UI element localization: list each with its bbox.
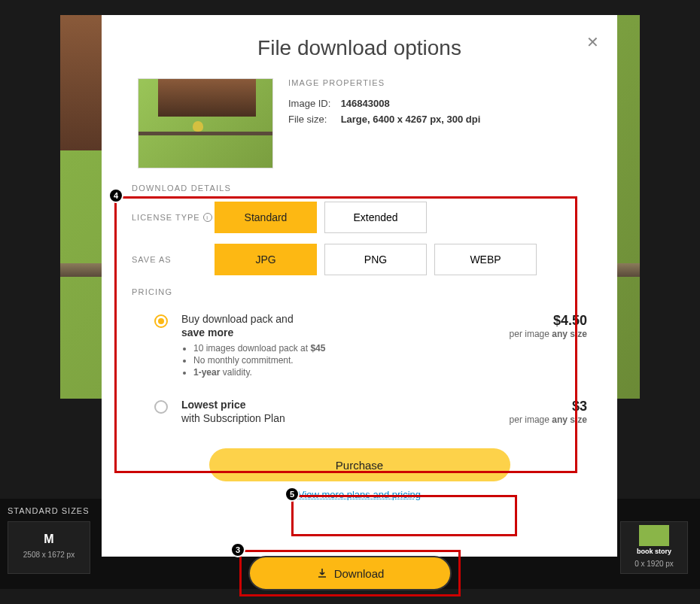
size-m-letter: M <box>11 533 87 546</box>
pricing-sub-option[interactable]: Lowest price with Subscription Plan $3 p… <box>132 391 587 438</box>
image-id-line: Image ID: 146843008 <box>288 98 587 109</box>
sub-text: Lowest price with Subscription Plan <box>181 399 496 426</box>
thumb-bird <box>193 121 203 132</box>
save-as-row: SAVE AS JPG PNG WEBP <box>132 244 587 275</box>
modal-title: File download options <box>132 36 587 60</box>
sub-title: Lowest price <box>181 399 246 411</box>
save-as-label: SAVE AS <box>132 255 215 264</box>
annotation-badge-5: 5 <box>285 487 300 502</box>
story-thumb <box>639 525 669 546</box>
pack-bullet-2: No monthly commitment. <box>193 355 496 366</box>
pack-title2: save more <box>181 326 233 338</box>
thumb-branch <box>138 132 272 135</box>
properties-info: IMAGE PROPERTIES Image ID: 146843008 Fil… <box>288 78 587 168</box>
file-size-line: File size: Large, 6400 x 4267 px, 300 dp… <box>288 114 587 125</box>
pack-amount: $4.50 <box>510 313 587 329</box>
thumbnail <box>138 78 273 168</box>
format-buttons: JPG PNG WEBP <box>215 244 537 275</box>
properties-header: IMAGE PROPERTIES <box>288 78 587 87</box>
format-webp-button[interactable]: WEBP <box>434 244 537 275</box>
license-type-label: LICENSE TYPE i <box>132 213 215 222</box>
purchase-button[interactable]: Purchase <box>209 448 510 481</box>
sub-amount: $3 <box>510 399 587 414</box>
image-properties-row: IMAGE PROPERTIES Image ID: 146843008 Fil… <box>132 78 587 168</box>
license-buttons: Standard Extended <box>215 202 427 233</box>
annotation-badge-3: 3 <box>230 542 245 557</box>
size-card-story[interactable]: book story 0 x 1920 px <box>620 521 688 574</box>
license-extended-button[interactable]: Extended <box>324 202 427 233</box>
story-dim: 0 x 1920 px <box>624 560 684 568</box>
format-png-button[interactable]: PNG <box>324 244 427 275</box>
image-id-value: 146843008 <box>341 98 390 109</box>
license-type-text: LICENSE TYPE <box>132 213 200 222</box>
close-icon[interactable]: ✕ <box>586 33 599 51</box>
pack-radio[interactable] <box>154 314 168 328</box>
sub-price: $3 per image any size <box>510 399 587 425</box>
pack-per: per image any size <box>510 329 587 339</box>
sub-subtitle: with Subscription Plan <box>181 412 496 424</box>
pricing-pack-option[interactable]: Buy download pack and save more 10 image… <box>132 305 587 391</box>
size-m-dim: 2508 x 1672 px <box>11 551 87 559</box>
plans-link[interactable]: View more plans and pricing <box>132 489 587 500</box>
pack-price: $4.50 per image any size <box>510 313 587 339</box>
pack-bullet-3: 1-year validity. <box>193 367 496 378</box>
license-type-row: LICENSE TYPE i Standard Extended <box>132 202 587 233</box>
image-id-label: Image ID: <box>288 98 338 109</box>
download-button[interactable]: Download <box>248 556 452 590</box>
download-details-label: DOWNLOAD DETAILS <box>132 184 587 193</box>
download-label: Download <box>334 567 385 580</box>
sub-per: per image any size <box>510 414 587 425</box>
download-modal: ✕ File download options IMAGE PROPERTIES… <box>102 15 617 557</box>
pack-title1: Buy download pack and <box>181 313 294 325</box>
license-standard-button[interactable]: Standard <box>215 202 317 233</box>
file-size-label: File size: <box>288 114 338 125</box>
pack-text: Buy download pack and save more 10 image… <box>181 313 496 379</box>
file-size-value: Large, 6400 x 4267 px, 300 dpi <box>341 114 481 125</box>
pack-bullets: 10 images download pack at $45 No monthl… <box>193 343 496 378</box>
download-icon <box>316 567 328 579</box>
info-icon[interactable]: i <box>203 213 212 222</box>
format-jpg-button[interactable]: JPG <box>215 244 317 275</box>
story-label: book story <box>624 548 684 555</box>
pricing-label: PRICING <box>132 287 587 296</box>
thumb-feeder <box>158 79 256 117</box>
annotation-badge-4: 4 <box>108 188 123 203</box>
sub-radio[interactable] <box>154 400 168 414</box>
pack-bullet-1: 10 images download pack at $45 <box>193 343 496 354</box>
size-card-m[interactable]: M 2508 x 1672 px <box>8 521 90 574</box>
